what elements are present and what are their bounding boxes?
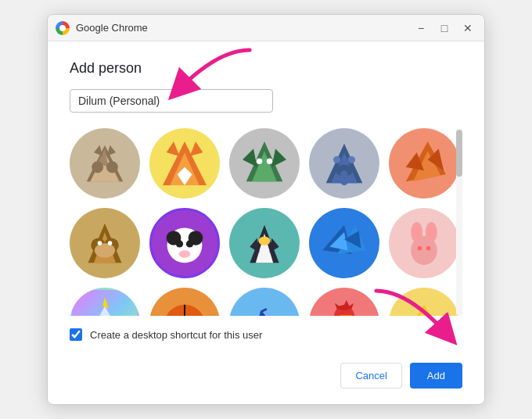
avatar-scrollbar[interactable]	[456, 128, 462, 316]
maximize-button[interactable]: □	[436, 20, 453, 37]
dialog-title: Add person	[70, 60, 462, 77]
svg-point-56	[428, 225, 435, 240]
dialog-body: Add person	[48, 41, 484, 404]
svg-point-55	[413, 225, 420, 240]
checkbox-row: Create a desktop shortcut for this user	[70, 328, 462, 341]
svg-point-17	[257, 158, 262, 163]
avatar-fox[interactable]	[149, 128, 220, 199]
svg-marker-60	[92, 315, 117, 316]
svg-point-33	[95, 243, 115, 258]
svg-line-70	[261, 309, 266, 312]
cancel-button[interactable]: Cancel	[340, 363, 401, 389]
svg-line-69	[261, 312, 277, 316]
svg-marker-46	[270, 238, 279, 252]
svg-point-42	[179, 250, 191, 257]
minimize-button[interactable]: −	[412, 20, 430, 37]
svg-marker-59	[87, 306, 124, 316]
titlebar-controls: − □ ✕	[412, 20, 476, 37]
avatar-grid	[70, 128, 462, 316]
svg-marker-11	[190, 141, 203, 156]
svg-point-47	[259, 237, 271, 245]
avatar-rabbit[interactable]	[389, 208, 459, 278]
svg-point-18	[267, 158, 272, 163]
avatar-cat[interactable]	[70, 128, 140, 199]
svg-marker-74	[335, 300, 354, 310]
svg-point-23	[333, 156, 340, 163]
avatar-penguin[interactable]	[229, 208, 300, 278]
avatar-grid-container	[70, 128, 462, 316]
titlebar-title: Google Chrome	[76, 22, 148, 34]
svg-marker-61	[102, 297, 108, 308]
close-button[interactable]: ✕	[459, 20, 476, 37]
avatar-panda[interactable]	[149, 208, 220, 278]
svg-marker-16	[271, 149, 286, 167]
desktop-shortcut-checkbox[interactable]	[70, 328, 82, 341]
avatar-dragon[interactable]	[229, 128, 300, 199]
svg-point-35	[108, 241, 113, 245]
chrome-add-person-dialog: Google Chrome − □ ✕ Add person	[47, 14, 485, 405]
titlebar: Google Chrome − □ ✕	[48, 15, 484, 41]
svg-marker-76	[406, 310, 443, 316]
avatar-scrollbar-thumb	[456, 130, 462, 177]
chrome-logo-icon	[56, 21, 70, 35]
svg-point-40	[176, 240, 183, 247]
add-button[interactable]: Add	[410, 363, 462, 389]
svg-point-24	[348, 156, 355, 163]
svg-point-41	[186, 240, 193, 247]
svg-marker-15	[243, 149, 257, 167]
avatar-cheese[interactable]	[389, 288, 459, 316]
avatar-origami5[interactable]	[389, 128, 459, 199]
svg-point-5	[106, 161, 118, 173]
svg-point-4	[92, 161, 103, 173]
avatar-bike[interactable]	[229, 288, 300, 316]
desktop-shortcut-label[interactable]: Create a desktop shortcut for this user	[90, 329, 262, 341]
name-input[interactable]	[70, 89, 273, 113]
dialog-footer: Cancel Add	[70, 356, 462, 389]
svg-marker-7	[107, 145, 116, 156]
avatar-elephant[interactable]	[309, 128, 379, 199]
svg-point-34	[98, 241, 102, 245]
svg-marker-6	[94, 145, 102, 156]
svg-marker-45	[250, 238, 259, 252]
avatar-origami-bird[interactable]	[309, 208, 379, 278]
avatar-cardinal[interactable]	[309, 288, 379, 316]
svg-marker-10	[167, 141, 180, 156]
svg-point-58	[426, 246, 431, 251]
svg-rect-22	[340, 170, 347, 185]
svg-point-57	[418, 246, 422, 251]
avatar-monkey[interactable]	[70, 208, 140, 278]
avatar-unicorn[interactable]	[70, 288, 140, 316]
avatar-basketball[interactable]	[149, 288, 220, 316]
titlebar-left: Google Chrome	[56, 21, 148, 35]
name-input-row	[70, 89, 462, 113]
